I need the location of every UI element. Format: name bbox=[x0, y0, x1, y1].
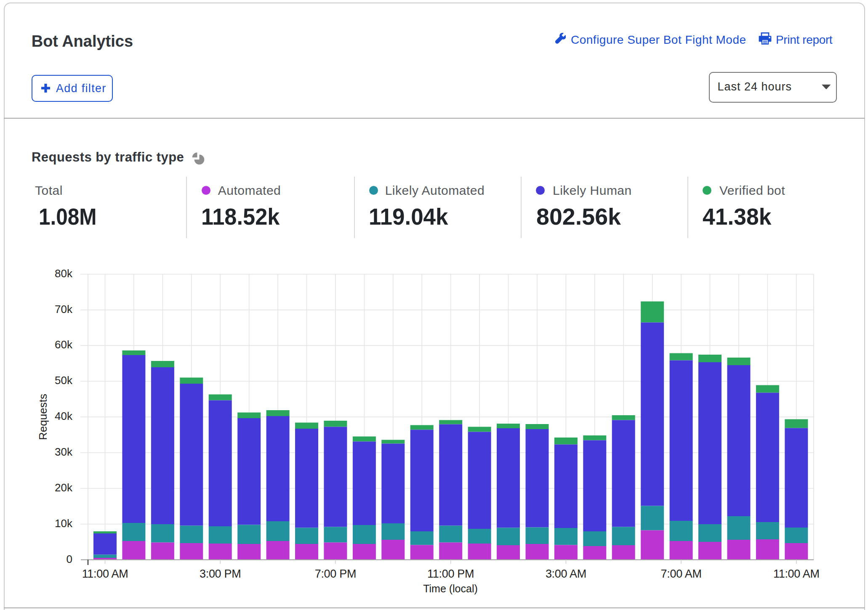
svg-text:11:00 PM: 11:00 PM bbox=[427, 568, 474, 580]
svg-text:Time (local): Time (local) bbox=[423, 583, 478, 594]
svg-text:3:00 PM: 3:00 PM bbox=[200, 568, 241, 580]
svg-text:7:00 PM: 7:00 PM bbox=[315, 568, 356, 580]
svg-text:80k: 80k bbox=[55, 267, 73, 280]
svg-text:3:00 AM: 3:00 AM bbox=[546, 568, 586, 580]
svg-text:0: 0 bbox=[67, 553, 72, 565]
svg-text:11:00 AM: 11:00 AM bbox=[82, 568, 128, 580]
svg-text:40k: 40k bbox=[55, 410, 73, 422]
svg-text:10k: 10k bbox=[55, 517, 73, 530]
svg-text:70k: 70k bbox=[55, 303, 73, 316]
svg-text:Requests: Requests bbox=[37, 394, 49, 440]
svg-text:50k: 50k bbox=[55, 374, 73, 387]
svg-text:11:00 AM: 11:00 AM bbox=[773, 568, 820, 580]
svg-text:20k: 20k bbox=[55, 481, 73, 494]
svg-text:7:00 AM: 7:00 AM bbox=[661, 568, 702, 580]
svg-text:60k: 60k bbox=[55, 338, 73, 351]
svg-text:30k: 30k bbox=[55, 446, 73, 458]
